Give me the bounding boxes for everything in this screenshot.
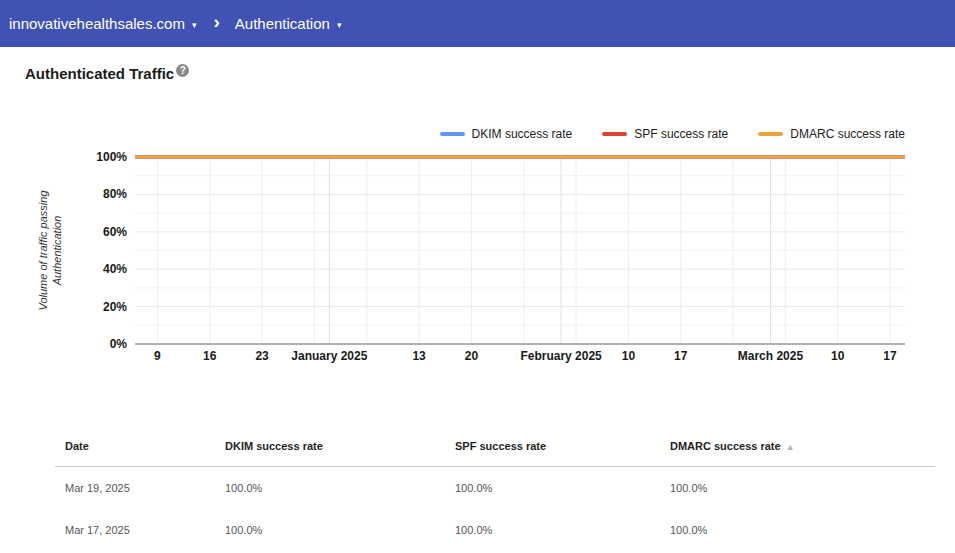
cell-date: Mar 19, 2025 [55, 467, 215, 510]
y-axis-title: Volume of traffic passing [37, 190, 49, 311]
x-tick-labels: 91623January 20251320February 20251017Ma… [154, 349, 897, 363]
x-tick-label: January 2025 [291, 349, 367, 363]
chevron-down-icon: ▾ [192, 20, 197, 30]
x-tick-label: 16 [203, 349, 217, 363]
section-selector[interactable]: Authentication ▾ [235, 15, 342, 32]
x-tick-label: 17 [883, 349, 897, 363]
column-header-label: DMARC success rate [670, 440, 781, 452]
cell-dkim: 100.0% [215, 467, 445, 510]
cell-date: Mar 17, 2025 [55, 509, 215, 551]
y-tick-labels: 0%20%40%60%80%100% [96, 150, 127, 351]
domain-selector[interactable]: innovativehealthsales.com ▾ [9, 15, 196, 32]
y-tick-label: 20% [103, 300, 127, 314]
legend-label: DKIM success rate [472, 127, 573, 141]
y-tick-label: 80% [103, 187, 127, 201]
main-content: Authenticated Traffic ? DKIM success rat… [0, 64, 955, 551]
auth-rates-table: Date DKIM success rate SPF success rate … [55, 440, 935, 551]
y-axis-title: Authentication [51, 216, 63, 287]
cell-dkim: 100.0% [215, 509, 445, 551]
chart-legend: DKIM success rateSPF success rateDMARC s… [0, 126, 905, 142]
cell-dmarc: 100.0% [660, 509, 935, 551]
y-tick-label: 60% [103, 225, 127, 239]
x-tick-label: 13 [412, 349, 426, 363]
x-tick-label: 9 [154, 349, 161, 363]
legend-item-dmarc[interactable]: DMARC success rate [758, 127, 905, 141]
table-body: Mar 19, 2025100.0%100.0%100.0%Mar 17, 20… [55, 467, 935, 552]
legend-label: SPF success rate [634, 127, 728, 141]
legend-line-swatch-icon [602, 132, 627, 136]
page-title-row: Authenticated Traffic ? [25, 64, 955, 84]
y-tick-label: 0% [110, 337, 128, 351]
y-tick-label: 100% [96, 150, 127, 164]
legend-item-dkim[interactable]: DKIM success rate [440, 127, 573, 141]
column-header-dmarc[interactable]: DMARC success rate▲ [660, 440, 935, 467]
legend-line-swatch-icon [440, 132, 465, 136]
x-tick-label: 23 [255, 349, 269, 363]
y-tick-label: 40% [103, 262, 127, 276]
sort-ascending-icon: ▲ [786, 442, 795, 452]
x-tick-label: 10 [622, 349, 636, 363]
chevron-down-icon: ▾ [337, 20, 342, 30]
column-header-date[interactable]: Date [55, 440, 215, 467]
cell-dmarc: 100.0% [660, 467, 935, 510]
x-tick-label: 10 [831, 349, 845, 363]
table-row: Mar 19, 2025100.0%100.0%100.0% [55, 467, 935, 510]
x-tick-label: 20 [465, 349, 479, 363]
x-tick-label: March 2025 [738, 349, 804, 363]
legend-line-swatch-icon [758, 132, 783, 136]
page-title: Authenticated Traffic [25, 64, 174, 84]
column-header-label: Date [65, 440, 89, 452]
column-header-label: SPF success rate [455, 440, 546, 452]
breadcrumb-separator-icon: › [213, 11, 219, 33]
section-selector-label: Authentication [235, 15, 330, 32]
cell-spf: 100.0% [445, 509, 660, 551]
traffic-chart[interactable]: 0%20%40%60%80%100%91623January 20251320F… [0, 142, 955, 367]
x-tick-label: 17 [674, 349, 688, 363]
legend-label: DMARC success rate [790, 127, 905, 141]
cell-spf: 100.0% [445, 467, 660, 510]
y-gridlines [135, 157, 905, 325]
top-bar: innovativehealthsales.com ▾ › Authentica… [0, 0, 955, 47]
table-row: Mar 17, 2025100.0%100.0%100.0% [55, 509, 935, 551]
column-header-spf[interactable]: SPF success rate [445, 440, 660, 467]
help-icon[interactable]: ? [176, 64, 189, 77]
column-header-label: DKIM success rate [225, 440, 323, 452]
domain-selector-label: innovativehealthsales.com [9, 15, 185, 32]
table-header: Date DKIM success rate SPF success rate … [55, 440, 935, 467]
x-tick-label: February 2025 [520, 349, 602, 363]
legend-item-spf[interactable]: SPF success rate [602, 127, 728, 141]
column-header-dkim[interactable]: DKIM success rate [215, 440, 445, 467]
